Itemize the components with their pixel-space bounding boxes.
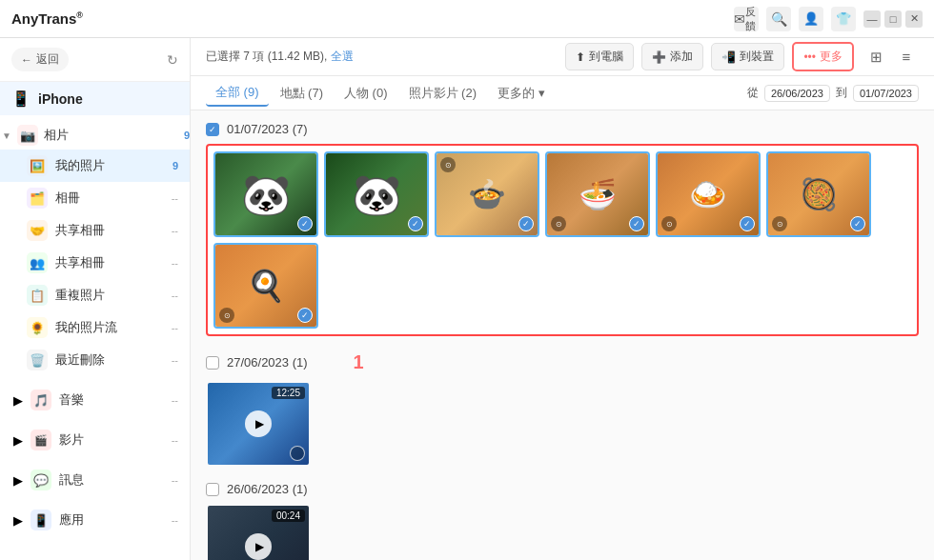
sidebar-section-videos: ▶ 🎬 影片 --: [0, 420, 190, 460]
filter-date-range: 從 26/06/2023 到 01/07/2023: [747, 85, 919, 102]
photo-thumb-5[interactable]: 🍛 ✓ ⊙: [656, 151, 761, 237]
duplicates-label: 重複照片: [55, 287, 164, 304]
my-photos-icon: 🖼️: [27, 155, 48, 176]
videos-count: --: [172, 434, 178, 446]
add-button[interactable]: ➕ 添加: [641, 43, 703, 70]
filter-tab-location[interactable]: 地點 (7): [271, 81, 334, 106]
date-header-3: 26/06/2023 (1): [206, 482, 919, 496]
to-pc-icon: ⬆: [576, 50, 585, 64]
video-thumb-2[interactable]: 00:24 ▶: [206, 504, 311, 560]
photo-row-1: 🐼 ✓ 🐼 ✓ 🍲 ✓ ⊙: [206, 144, 919, 336]
sidebar-group-apps[interactable]: ▶ 📱 應用 --: [0, 504, 190, 536]
back-arrow-icon: ←: [21, 53, 32, 67]
my-photos-count: 9: [173, 160, 178, 171]
filter-tab-all[interactable]: 全部 (9): [206, 80, 269, 107]
date-group-2: 27/06/2023 (1) 1 12:25 ▶: [206, 351, 919, 467]
from-date-input[interactable]: 26/06/2023: [764, 85, 830, 102]
sidebar-section-photos: ▼ 📷 相片 9 🖼️ 我的照片 9 🗂️ 相冊 -- 🤝 共享相冊 --: [0, 115, 190, 380]
user-icon-btn[interactable]: 👤: [799, 7, 823, 31]
chevron-right-icon: ▶: [13, 393, 23, 408]
select-all-link[interactable]: 全選: [331, 49, 354, 65]
apps-count: --: [172, 514, 178, 526]
sidebar-item-shared-album2[interactable]: 👥 共享相冊 --: [0, 247, 190, 279]
to-date-input[interactable]: 01/07/2023: [853, 85, 919, 102]
window-controls: — □ ✕: [863, 10, 923, 28]
panda1-emoji: 🐼: [241, 171, 291, 218]
date-checkbox-1[interactable]: [206, 123, 219, 136]
app-name: AnyTrans: [11, 10, 76, 27]
sidebar-item-my-photo-stream[interactable]: 🌻 我的照片流 --: [0, 311, 190, 344]
photo-thumb-3[interactable]: 🍲 ✓ ⊙: [435, 151, 539, 237]
theme-icon-btn[interactable]: 👕: [831, 7, 856, 31]
chevron-down-icon: ▼: [2, 130, 11, 141]
photo-row-2: 12:25 ▶: [206, 381, 919, 467]
feedback-button[interactable]: ✉ 反饋: [734, 7, 759, 31]
sidebar-item-shared-album1[interactable]: 🤝 共享相冊 --: [0, 214, 190, 247]
maximize-button[interactable]: □: [884, 10, 902, 28]
album-count: --: [172, 192, 178, 204]
to-device-button[interactable]: 📲 到裝置: [711, 43, 784, 70]
apps-icon: 📱: [30, 510, 51, 530]
back-button[interactable]: ← 返回: [11, 48, 69, 71]
my-photo-stream-icon: 🌻: [27, 317, 48, 338]
refresh-icon[interactable]: ↻: [167, 52, 178, 68]
titlebar-left: AnyTrans®: [11, 10, 83, 27]
date-checkbox-3[interactable]: [206, 483, 219, 496]
food4-emoji: 🥘: [800, 176, 838, 212]
chevron-right-icon-2: ▶: [13, 433, 23, 448]
sidebar-group-music[interactable]: ▶ 🎵 音樂 --: [0, 384, 190, 416]
filter-tab-people[interactable]: 人物 (0): [335, 81, 397, 106]
sidebar-item-album[interactable]: 🗂️ 相冊 --: [0, 182, 190, 214]
photo-thumb-7[interactable]: 🍳 ✓ ⊙: [213, 243, 318, 329]
sidebar-group-photos[interactable]: ▼ 📷 相片 9: [0, 119, 190, 150]
chevron-right-icon-3: ▶: [13, 473, 23, 488]
shared-album1-label: 共享相冊: [55, 222, 164, 239]
titlebar-right: ✉ 反饋 🔍 👤 👕 — □ ✕: [734, 7, 923, 31]
music-label: 音樂: [59, 391, 164, 409]
filter-bar: 全部 (9) 地點 (7) 人物 (0) 照片影片 (2) 更多的 ▾ 從 26…: [191, 76, 934, 110]
feedback-label: 反饋: [745, 5, 759, 33]
selection-info: 已選擇 7 項 (11.42 MB),: [206, 49, 327, 65]
album-icon: 🗂️: [27, 188, 48, 209]
duplicates-icon: 📋: [27, 285, 48, 306]
photo-thumb-4[interactable]: 🍜 ✓ ⊙: [545, 151, 650, 237]
user-icon: 👤: [803, 11, 819, 26]
sidebar-group-messages[interactable]: ▶ 💬 訊息 --: [0, 464, 190, 496]
page-number: 1: [354, 351, 364, 373]
shared-album2-icon: 👥: [27, 252, 48, 273]
to-pc-label: 到電腦: [589, 49, 623, 65]
minimize-button[interactable]: —: [863, 10, 881, 28]
food1-emoji: 🍲: [468, 176, 506, 212]
recently-deleted-count: --: [172, 354, 178, 366]
date-label-1: 01/07/2023 (7): [227, 122, 308, 136]
photo-thumb-2[interactable]: 🐼 ✓: [324, 151, 429, 237]
photos-icon: 📷: [17, 125, 38, 146]
shared-album2-label: 共享相冊: [55, 254, 164, 271]
to-device-label: 到裝置: [740, 49, 774, 65]
sidebar-item-duplicates[interactable]: 📋 重複照片 --: [0, 279, 190, 311]
toolbar-info: 已選擇 7 項 (11.42 MB), 全選: [206, 49, 558, 65]
filter-tab-screenshots[interactable]: 照片影片 (2): [399, 81, 487, 106]
photo-thumb-1[interactable]: 🐼 ✓: [213, 151, 318, 237]
more-button[interactable]: ••• 更多: [792, 42, 854, 71]
my-photos-label: 我的照片: [55, 157, 165, 174]
list-view-button[interactable]: ≡: [894, 45, 919, 70]
date-header-1: 01/07/2023 (7): [206, 122, 919, 136]
sidebar-item-my-photos[interactable]: 🖼️ 我的照片 9: [0, 150, 190, 182]
filter-tab-more[interactable]: 更多的 ▾: [488, 81, 555, 106]
search-icon: 🔍: [771, 11, 787, 27]
video-thumb-1[interactable]: 12:25 ▶: [206, 381, 311, 467]
search-icon-btn[interactable]: 🔍: [766, 7, 791, 31]
from-label: 從: [747, 85, 759, 101]
content-area: 已選擇 7 項 (11.42 MB), 全選 ⬆ 到電腦 ➕ 添加 📲 到裝置 …: [191, 38, 934, 560]
sidebar-group-videos[interactable]: ▶ 🎬 影片 --: [0, 424, 190, 456]
date-checkbox-2[interactable]: [206, 356, 219, 370]
sidebar-section-apps: ▶ 📱 應用 --: [0, 500, 190, 540]
photo-thumb-6[interactable]: 🥘 ✓ ⊙: [766, 151, 871, 237]
date-label-2: 27/06/2023 (1): [227, 355, 308, 370]
to-pc-button[interactable]: ⬆ 到電腦: [565, 43, 634, 70]
close-button[interactable]: ✕: [905, 10, 923, 28]
grid-view-button[interactable]: ⊞: [863, 45, 888, 70]
food5-emoji: 🍳: [247, 268, 285, 304]
sidebar-item-recently-deleted[interactable]: 🗑️ 最近刪除 --: [0, 344, 190, 376]
